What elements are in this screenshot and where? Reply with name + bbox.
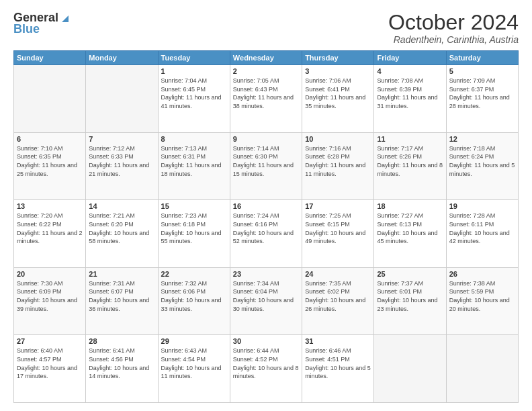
sunrise-text: Sunrise: 7:24 AM bbox=[233, 212, 299, 220]
sunrise-text: Sunrise: 6:43 AM bbox=[161, 347, 227, 355]
day-detail: Sunrise: 7:05 AMSunset: 6:43 PMDaylight:… bbox=[233, 77, 299, 110]
day-number: 27 bbox=[17, 337, 83, 345]
daylight-text: Daylight: 10 hours and 45 minutes. bbox=[377, 229, 443, 246]
day-detail: Sunrise: 7:10 AMSunset: 6:35 PMDaylight:… bbox=[17, 144, 83, 178]
day-detail: Sunrise: 7:20 AMSunset: 6:22 PMDaylight:… bbox=[17, 212, 83, 245]
sunset-text: Sunset: 6:41 PM bbox=[305, 85, 371, 94]
sunset-text: Sunset: 6:09 PM bbox=[17, 287, 83, 296]
sunset-text: Sunset: 6:15 PM bbox=[305, 220, 371, 229]
day-detail: Sunrise: 7:21 AMSunset: 6:20 PMDaylight:… bbox=[89, 212, 154, 245]
sunrise-text: Sunrise: 7:35 AM bbox=[305, 279, 371, 288]
calendar-cell: 6Sunrise: 7:10 AMSunset: 6:35 PMDaylight… bbox=[14, 132, 86, 200]
day-number: 13 bbox=[17, 202, 83, 210]
sunset-text: Sunset: 6:35 PM bbox=[17, 152, 83, 161]
sunrise-text: Sunrise: 7:17 AM bbox=[377, 144, 443, 153]
day-header-saturday: Saturday bbox=[446, 51, 518, 65]
sunrise-text: Sunrise: 7:30 AM bbox=[17, 279, 83, 288]
sunrise-text: Sunrise: 7:27 AM bbox=[377, 212, 443, 220]
day-number: 6 bbox=[17, 135, 83, 143]
sunrise-text: Sunrise: 7:06 AM bbox=[305, 77, 371, 85]
calendar-cell: 18Sunrise: 7:27 AMSunset: 6:13 PMDayligh… bbox=[374, 200, 446, 268]
calendar-cell: 27Sunrise: 6:40 AMSunset: 4:57 PMDayligh… bbox=[14, 335, 86, 403]
sunset-text: Sunset: 6:20 PM bbox=[89, 220, 154, 229]
sunrise-text: Sunrise: 7:09 AM bbox=[449, 77, 515, 85]
calendar-cell: 24Sunrise: 7:35 AMSunset: 6:02 PMDayligh… bbox=[302, 267, 374, 335]
calendar-cell: 7Sunrise: 7:12 AMSunset: 6:33 PMDaylight… bbox=[86, 132, 158, 200]
day-number: 7 bbox=[89, 135, 154, 143]
day-number: 30 bbox=[233, 337, 299, 345]
day-detail: Sunrise: 7:09 AMSunset: 6:37 PMDaylight:… bbox=[449, 77, 515, 110]
daylight-text: Daylight: 10 hours and 52 minutes. bbox=[233, 229, 299, 246]
day-detail: Sunrise: 7:27 AMSunset: 6:13 PMDaylight:… bbox=[377, 212, 443, 245]
day-detail: Sunrise: 7:13 AMSunset: 6:31 PMDaylight:… bbox=[161, 144, 227, 178]
day-detail: Sunrise: 7:37 AMSunset: 6:01 PMDaylight:… bbox=[377, 279, 443, 313]
daylight-text: Daylight: 11 hours and 28 minutes. bbox=[449, 93, 515, 110]
sunset-text: Sunset: 6:22 PM bbox=[17, 220, 83, 229]
calendar-cell: 28Sunrise: 6:41 AMSunset: 4:56 PMDayligh… bbox=[86, 335, 158, 403]
day-number: 31 bbox=[305, 337, 371, 345]
page: General Blue October 2024 Radenthein, Ca… bbox=[0, 0, 532, 411]
calendar-cell bbox=[446, 335, 518, 403]
sunset-text: Sunset: 6:11 PM bbox=[449, 220, 515, 229]
daylight-text: Daylight: 10 hours and 26 minutes. bbox=[305, 296, 371, 313]
sunrise-text: Sunrise: 7:31 AM bbox=[89, 279, 154, 288]
daylight-text: Daylight: 11 hours and 38 minutes. bbox=[233, 93, 299, 110]
calendar-cell: 20Sunrise: 7:30 AMSunset: 6:09 PMDayligh… bbox=[14, 267, 86, 335]
daylight-text: Daylight: 10 hours and 33 minutes. bbox=[161, 296, 227, 313]
calendar-cell: 25Sunrise: 7:37 AMSunset: 6:01 PMDayligh… bbox=[374, 267, 446, 335]
sunset-text: Sunset: 6:04 PM bbox=[233, 287, 299, 296]
day-header-thursday: Thursday bbox=[302, 51, 374, 65]
calendar-cell: 14Sunrise: 7:21 AMSunset: 6:20 PMDayligh… bbox=[86, 200, 158, 268]
sunrise-text: Sunrise: 6:46 AM bbox=[305, 347, 371, 355]
svg-marker-0 bbox=[62, 15, 69, 22]
day-number: 21 bbox=[89, 270, 154, 278]
day-number: 14 bbox=[89, 202, 154, 210]
day-number: 4 bbox=[377, 67, 443, 75]
day-detail: Sunrise: 7:16 AMSunset: 6:28 PMDaylight:… bbox=[305, 144, 371, 178]
daylight-text: Daylight: 11 hours and 5 minutes. bbox=[449, 161, 515, 178]
sunset-text: Sunset: 6:18 PM bbox=[161, 220, 227, 229]
daylight-text: Daylight: 10 hours and 42 minutes. bbox=[449, 229, 515, 246]
day-number: 15 bbox=[161, 202, 227, 210]
daylight-text: Daylight: 10 hours and 5 minutes. bbox=[305, 364, 371, 381]
day-number: 12 bbox=[449, 135, 515, 143]
calendar-cell: 10Sunrise: 7:16 AMSunset: 6:28 PMDayligh… bbox=[302, 132, 374, 200]
day-detail: Sunrise: 6:46 AMSunset: 4:51 PMDaylight:… bbox=[305, 347, 371, 380]
sunset-text: Sunset: 6:13 PM bbox=[377, 220, 443, 229]
day-number: 8 bbox=[161, 135, 227, 143]
sunrise-text: Sunrise: 7:25 AM bbox=[305, 212, 371, 220]
day-header-friday: Friday bbox=[374, 51, 446, 65]
day-detail: Sunrise: 6:41 AMSunset: 4:56 PMDaylight:… bbox=[89, 347, 154, 380]
day-detail: Sunrise: 7:38 AMSunset: 5:59 PMDaylight:… bbox=[449, 279, 515, 313]
sunrise-text: Sunrise: 6:44 AM bbox=[233, 347, 299, 355]
sunset-text: Sunset: 4:54 PM bbox=[161, 355, 227, 364]
day-number: 28 bbox=[89, 337, 154, 345]
day-detail: Sunrise: 7:28 AMSunset: 6:11 PMDaylight:… bbox=[449, 212, 515, 245]
day-detail: Sunrise: 7:25 AMSunset: 6:15 PMDaylight:… bbox=[305, 212, 371, 245]
daylight-text: Daylight: 10 hours and 58 minutes. bbox=[89, 229, 154, 246]
sunrise-text: Sunrise: 7:05 AM bbox=[233, 77, 299, 85]
calendar-cell bbox=[374, 335, 446, 403]
sunset-text: Sunset: 4:51 PM bbox=[305, 355, 371, 364]
sunset-text: Sunset: 6:43 PM bbox=[233, 85, 299, 94]
calendar-cell: 23Sunrise: 7:34 AMSunset: 6:04 PMDayligh… bbox=[230, 267, 302, 335]
sunset-text: Sunset: 6:37 PM bbox=[449, 85, 515, 94]
day-detail: Sunrise: 7:08 AMSunset: 6:39 PMDaylight:… bbox=[377, 77, 443, 110]
logo-blue-text: Blue bbox=[13, 22, 40, 36]
calendar-cell: 9Sunrise: 7:14 AMSunset: 6:30 PMDaylight… bbox=[230, 132, 302, 200]
sunset-text: Sunset: 4:56 PM bbox=[89, 355, 154, 364]
day-number: 23 bbox=[233, 270, 299, 278]
daylight-text: Daylight: 11 hours and 2 minutes. bbox=[17, 229, 83, 246]
day-number: 10 bbox=[305, 135, 371, 143]
day-detail: Sunrise: 7:18 AMSunset: 6:24 PMDaylight:… bbox=[449, 144, 515, 178]
title-section: October 2024 Radenthein, Carinthia, Aust… bbox=[388, 11, 519, 45]
sunset-text: Sunset: 6:26 PM bbox=[377, 152, 443, 161]
sunrise-text: Sunrise: 7:21 AM bbox=[89, 212, 154, 220]
daylight-text: Daylight: 10 hours and 23 minutes. bbox=[377, 296, 443, 313]
daylight-text: Daylight: 11 hours and 31 minutes. bbox=[377, 93, 443, 110]
calendar-cell bbox=[86, 65, 158, 133]
calendar-cell: 2Sunrise: 7:05 AMSunset: 6:43 PMDaylight… bbox=[230, 65, 302, 133]
logo: General Blue bbox=[13, 11, 71, 36]
sunrise-text: Sunrise: 7:38 AM bbox=[449, 279, 515, 288]
sunset-text: Sunset: 5:59 PM bbox=[449, 287, 515, 296]
